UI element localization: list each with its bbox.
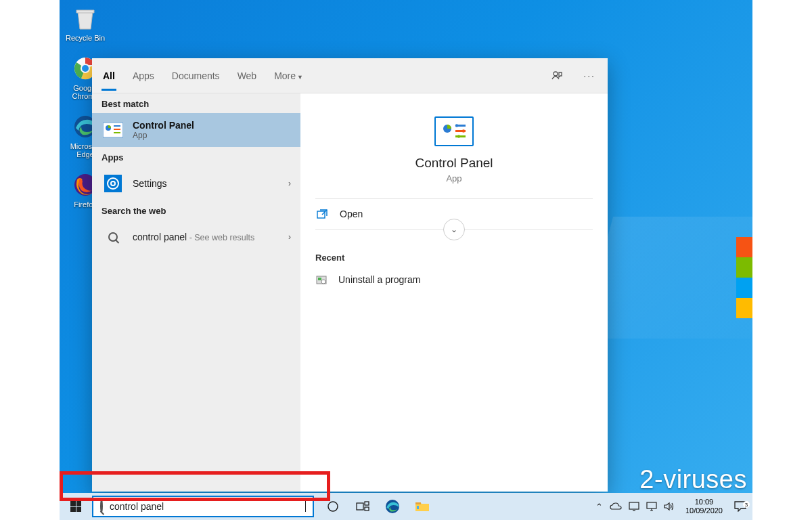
result-settings[interactable]: Settings › (92, 167, 300, 200)
tray-chevron-up-icon[interactable]: ⌃ (595, 502, 603, 512)
desktop-icon-recycle-bin[interactable]: Recycle Bin (65, 4, 106, 42)
input-indicator-icon[interactable] (629, 502, 639, 511)
settings-icon (102, 172, 125, 195)
tab-all[interactable]: All (102, 61, 116, 91)
svg-point-22 (328, 502, 338, 511)
result-control-panel[interactable]: Control Panel App (92, 113, 300, 147)
uninstall-program-icon (315, 274, 330, 286)
windows-logo-accent (736, 237, 752, 318)
system-tray: ⌃ (590, 502, 680, 512)
chevron-right-icon: › (288, 179, 291, 188)
watermark-text: 2-viruses (639, 465, 747, 494)
action-center-icon[interactable]: 3 (728, 501, 752, 512)
onedrive-icon[interactable] (610, 502, 622, 511)
svg-rect-27 (415, 502, 421, 504)
search-icon (100, 500, 103, 513)
cortana-icon[interactable] (318, 493, 348, 520)
svg-rect-25 (365, 507, 369, 511)
result-title: Control Panel (133, 120, 291, 131)
desktop-icon-label: Recycle Bin (66, 34, 105, 42)
svg-rect-16 (455, 135, 466, 137)
svg-rect-23 (357, 503, 363, 510)
svg-point-2 (82, 65, 89, 72)
taskbar-app-edge[interactable] (378, 493, 407, 520)
svg-rect-18 (317, 211, 325, 218)
svg-point-5 (554, 72, 558, 76)
svg-point-17 (457, 135, 460, 137)
web-header: Search the web (92, 200, 300, 220)
taskbar-app-explorer[interactable] (407, 493, 437, 520)
svg-rect-9 (114, 129, 120, 130)
search-details-pane: Control Panel App Open ⌄ Recent (300, 93, 608, 492)
svg-rect-8 (114, 125, 120, 127)
taskbar-search-box[interactable] (92, 496, 314, 517)
action-label: Open (340, 209, 363, 219)
result-web-search[interactable]: control panel - See web results › (92, 220, 300, 254)
text-cursor (305, 501, 306, 512)
tab-documents[interactable]: Documents (171, 61, 221, 91)
svg-point-21 (321, 280, 325, 284)
svg-rect-28 (417, 506, 419, 509)
web-query: control panel (133, 232, 187, 242)
taskbar: ⌃ 10:09 10/09/2020 3 (60, 493, 752, 520)
start-search-flyout: All Apps Documents Web More▼ ··· Best ma… (92, 58, 608, 492)
apps-header: Apps (92, 147, 300, 167)
clock-time: 10:09 (685, 498, 723, 506)
svg-rect-20 (318, 278, 321, 280)
search-icon (102, 225, 125, 248)
feedback-icon[interactable] (548, 67, 566, 85)
details-hero: Control Panel App (315, 108, 593, 199)
svg-rect-29 (629, 502, 639, 509)
svg-point-15 (462, 129, 465, 132)
control-panel-icon (102, 118, 125, 142)
svg-point-13 (455, 124, 458, 127)
task-view-icon[interactable] (348, 493, 378, 520)
details-title: Control Panel (415, 156, 493, 171)
desktop: Recycle Bin Google Chrome Microsoft Edge… (60, 0, 752, 520)
svg-rect-24 (365, 502, 369, 505)
tab-web[interactable]: Web (236, 61, 258, 91)
notification-badge: 3 (743, 501, 750, 508)
search-tabs: All Apps Documents Web More▼ ··· (92, 58, 608, 93)
open-icon (317, 209, 332, 219)
taskbar-clock[interactable]: 10:09 10/09/2020 (680, 498, 728, 515)
recent-item-label: Uninstall a program (338, 274, 420, 285)
volume-icon[interactable] (664, 502, 675, 511)
web-suffix: - See web results (187, 233, 254, 242)
recycle-bin-icon (71, 4, 99, 32)
tab-more[interactable]: More▼ (273, 61, 304, 91)
search-results-pane: Best match Control Panel App Apps Sett (92, 93, 300, 492)
start-button[interactable] (60, 493, 92, 520)
clock-date: 10/09/2020 (685, 506, 723, 515)
recent-header: Recent (315, 253, 593, 263)
control-panel-icon (434, 116, 474, 146)
expand-chevron-icon[interactable]: ⌄ (443, 219, 465, 240)
best-match-header: Best match (92, 93, 300, 113)
windows-logo-icon (70, 501, 81, 512)
tab-apps[interactable]: Apps (131, 61, 156, 91)
network-icon[interactable] (646, 502, 657, 511)
details-subtitle: App (446, 173, 461, 183)
result-subtitle: App (133, 131, 291, 140)
svg-rect-30 (647, 502, 656, 508)
search-input[interactable] (110, 501, 305, 512)
overflow-icon[interactable]: ··· (581, 68, 598, 84)
chevron-right-icon: › (288, 232, 291, 242)
result-title: Settings (133, 178, 288, 189)
recent-item[interactable]: Uninstall a program (315, 269, 593, 290)
svg-rect-10 (114, 132, 120, 133)
